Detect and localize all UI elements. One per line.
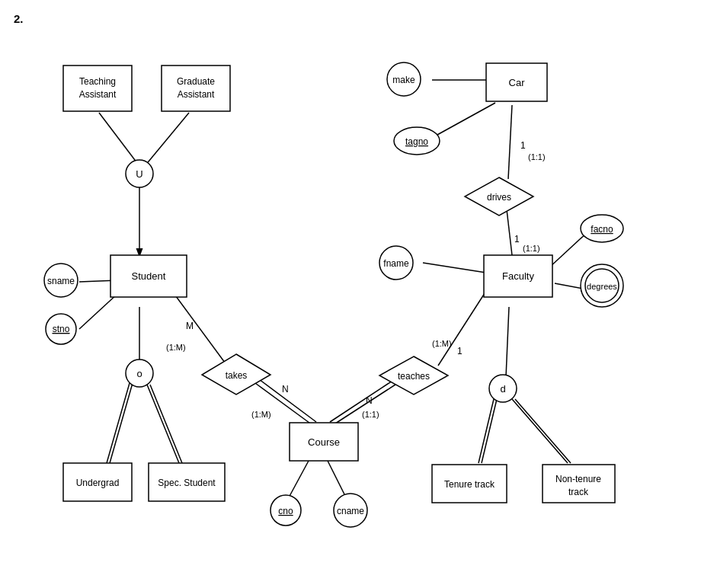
cardinality-1m-student: (1:M) xyxy=(166,343,186,352)
diagram-title: 2. xyxy=(14,12,24,25)
svg-line-26 xyxy=(479,399,494,463)
tagno-label: tagno xyxy=(405,136,428,147)
faculty-label: Faculty xyxy=(502,270,534,282)
car-label: Car xyxy=(509,77,526,88)
spec-student-label: Spec. Student xyxy=(158,478,216,488)
fname-label: fname xyxy=(383,258,409,269)
non-tenure-track-label2: track xyxy=(568,487,589,497)
svg-line-29 xyxy=(515,399,571,463)
svg-line-16 xyxy=(429,103,495,139)
cardinality-11-car: (1:1) xyxy=(528,152,546,161)
cardinality-1m-faculty: (1:M) xyxy=(432,339,452,348)
svg-line-4 xyxy=(79,293,118,329)
svg-line-18 xyxy=(549,231,589,268)
svg-line-27 xyxy=(482,399,497,463)
teaching-assistant-label2: Assistant xyxy=(79,89,117,100)
disjoint-label: d xyxy=(500,383,505,395)
non-tenure-track-label1: Non-tenure xyxy=(555,474,601,484)
svg-line-6 xyxy=(174,293,227,366)
cardinality-1-faculty-drives: 1 xyxy=(514,234,520,244)
tenure-track-label: Tenure track xyxy=(444,479,495,490)
undergrad-label: Undergrad xyxy=(76,478,120,488)
student-label: Student xyxy=(132,270,166,282)
cardinality-n-teaches: N xyxy=(366,395,373,406)
svg-line-19 xyxy=(507,209,512,255)
cname-label: cname xyxy=(337,506,364,516)
svg-line-8 xyxy=(110,383,133,463)
svg-line-7 xyxy=(107,383,130,463)
stno-label: stno xyxy=(53,324,70,334)
graduate-assistant-label: Graduate xyxy=(177,76,215,87)
cno-label: cno xyxy=(278,506,293,516)
teaching-assistant-label: Teaching xyxy=(79,76,116,87)
cardinality-1-car-drives: 1 xyxy=(520,140,526,151)
diagram-canvas: 2. xyxy=(0,0,701,588)
er-diagram: 2. xyxy=(0,0,701,588)
svg-line-20 xyxy=(423,263,486,273)
sname-label: sname xyxy=(47,276,75,286)
graduate-assistant-box xyxy=(162,66,230,111)
svg-line-28 xyxy=(512,399,568,463)
svg-line-13 xyxy=(288,461,309,499)
svg-line-9 xyxy=(147,385,179,463)
svg-line-17 xyxy=(508,105,512,179)
degrees-label: degrees xyxy=(587,282,617,291)
union-label: U xyxy=(136,168,142,180)
cardinality-11-faculty: (1:1) xyxy=(523,244,540,253)
cardinality-1-faculty-teaches: 1 xyxy=(457,346,463,356)
cardinality-n-takes: N xyxy=(282,384,289,395)
cardinality-11-teaches: (1:1) xyxy=(362,410,379,419)
takes-label: takes xyxy=(226,370,248,381)
svg-line-1 xyxy=(145,113,189,166)
svg-line-25 xyxy=(506,307,509,377)
drives-label: drives xyxy=(487,192,511,203)
svg-line-10 xyxy=(150,385,182,463)
cardinality-m: M xyxy=(186,321,194,331)
overlap-label: o xyxy=(136,368,142,379)
cardinality-1m-takes: (1:M) xyxy=(251,410,271,419)
make-label: make xyxy=(392,75,415,85)
svg-line-0 xyxy=(99,113,139,166)
svg-line-14 xyxy=(328,461,347,499)
course-label: Course xyxy=(308,436,340,448)
teaches-label: teaches xyxy=(398,371,430,382)
facno-label: facno xyxy=(591,224,613,235)
graduate-assistant-label2: Assistant xyxy=(178,89,215,100)
teaching-assistant-box xyxy=(63,66,132,111)
